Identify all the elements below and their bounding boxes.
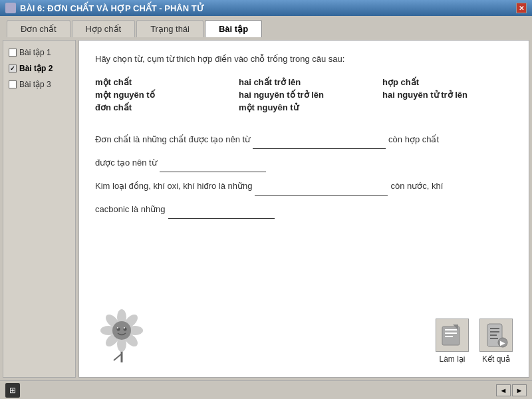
sidebar-label-baitap1: Bài tập 1 (19, 48, 51, 57)
svg-text:▶: ▶ (500, 339, 505, 346)
s2-pre: Kim loại đồng, khí oxi, khí hiđro là nhữ… (95, 178, 252, 195)
tab-trang-thai[interactable]: Trạng thái (136, 20, 203, 37)
word-6: hai nguyên tử trở lên (382, 90, 513, 100)
result-icon: ▶ (479, 319, 513, 352)
word-2: hai chất trở lên (239, 77, 369, 87)
s2-blank1[interactable] (255, 178, 388, 196)
s1-post2: được tạo nên từ (95, 154, 157, 172)
word-4: một nguyên tố (95, 90, 225, 100)
statusbar: ⊞ ◄ ► (0, 380, 532, 399)
svg-line-1 (114, 354, 122, 360)
app-icon (5, 3, 16, 13)
mascot-svg (97, 304, 147, 364)
sentence-1: Đơn chất là những chất được tạo nên từ c… (95, 131, 513, 149)
word-1: một chất (95, 77, 225, 87)
tab-don-chat[interactable]: Đơn chất (7, 20, 70, 37)
sidebar-item-baitap3[interactable]: Bài tập 3 (6, 78, 72, 91)
nav-prev-button[interactable]: ◄ (496, 384, 511, 396)
window-title: BÀI 6: ĐƠN CHẤT VÀ HỢP CHẤT - PHÂN TỬ (20, 3, 204, 13)
svg-point-10 (112, 321, 131, 340)
sentence-2: Kim loại đồng, khí oxi, khí hiđro là nhữ… (95, 178, 513, 196)
main-area: Bài tập 1 ✓ Bài tập 2 Bài tập 3 Hãy chọn… (0, 37, 532, 380)
reset-button[interactable]: Làm lại (436, 319, 469, 364)
s1-blank1[interactable] (253, 131, 386, 149)
result-label: Kết quả (482, 354, 510, 364)
nav-next-button[interactable]: ► (512, 384, 527, 396)
svg-rect-16 (445, 329, 457, 331)
word-bank: một chất hai chất trở lên hợp chất một n… (95, 77, 513, 112)
svg-point-13 (117, 327, 118, 329)
sidebar-item-baitap1[interactable]: Bài tập 1 (6, 46, 72, 59)
sidebar: Bài tập 1 ✓ Bài tập 2 Bài tập 3 (3, 40, 76, 378)
nav-buttons: ◄ ► (496, 384, 527, 396)
tab-hop-chat[interactable]: Hợp chất (72, 20, 136, 37)
svg-rect-18 (445, 336, 453, 337)
reset-label: Làm lại (439, 354, 465, 364)
bottom-row: Làm lại ▶ (95, 297, 513, 364)
sidebar-item-baitap2[interactable]: ✓ Bài tập 2 (6, 62, 72, 75)
s2-post2: cacbonic là những (95, 201, 166, 218)
tabs-row: Đơn chất Hợp chất Trạng thái Bài tập (0, 16, 532, 37)
word-3: hợp chất (382, 77, 513, 87)
s1-pre: Đơn chất là những chất được tạo nên từ (95, 131, 250, 148)
svg-rect-17 (445, 332, 457, 334)
content-panel: Hãy chọn từ, cụm từ thích hợp điền vào c… (78, 40, 529, 378)
s1-blank2[interactable] (160, 154, 266, 172)
svg-rect-23 (490, 334, 497, 336)
sidebar-label-baitap3: Bài tập 3 (19, 80, 51, 89)
s2-post: còn nước, khí (390, 178, 443, 195)
word-8: một nguyên tử (239, 102, 369, 112)
s2-blank2[interactable] (168, 201, 275, 219)
word-7: đơn chất (95, 102, 225, 112)
sentence-1b: được tạo nên từ (95, 154, 513, 172)
s1-post: còn hợp chất (388, 131, 439, 148)
title-bar-left: BÀI 6: ĐƠN CHẤT VÀ HỢP CHẤT - PHÂN TỬ (5, 3, 204, 13)
svg-rect-21 (490, 328, 499, 329)
word-9 (382, 102, 513, 112)
mascot (95, 304, 148, 364)
checkbox-baitap1 (9, 49, 17, 57)
fill-section: Đơn chất là những chất được tạo nên từ c… (95, 131, 513, 224)
title-bar: BÀI 6: ĐƠN CHẤT VÀ HỢP CHẤT - PHÂN TỬ ✕ (0, 0, 532, 16)
word-5: hai nguyên tố trở lên (239, 90, 369, 100)
tab-bai-tap[interactable]: Bài tập (205, 20, 262, 37)
sentence-2b: cacbonic là những (95, 201, 513, 219)
action-buttons: Làm lại ▶ (436, 319, 513, 364)
reset-icon (436, 319, 469, 352)
svg-rect-24 (490, 338, 498, 339)
checkbox-baitap3 (9, 80, 17, 88)
result-button[interactable]: ▶ Kết quả (479, 319, 513, 364)
sidebar-label-baitap2: Bài tập 2 (19, 64, 53, 73)
svg-rect-22 (490, 331, 499, 332)
main-window: BÀI 6: ĐƠN CHẤT VÀ HỢP CHẤT - PHÂN TỬ ✕ … (0, 0, 532, 399)
close-button[interactable]: ✕ (516, 3, 527, 13)
status-icon: ⊞ (5, 383, 20, 398)
svg-point-14 (124, 327, 125, 329)
instruction-text: Hãy chọn từ, cụm từ thích hợp điền vào c… (95, 54, 513, 64)
checkbox-baitap2: ✓ (9, 65, 17, 72)
